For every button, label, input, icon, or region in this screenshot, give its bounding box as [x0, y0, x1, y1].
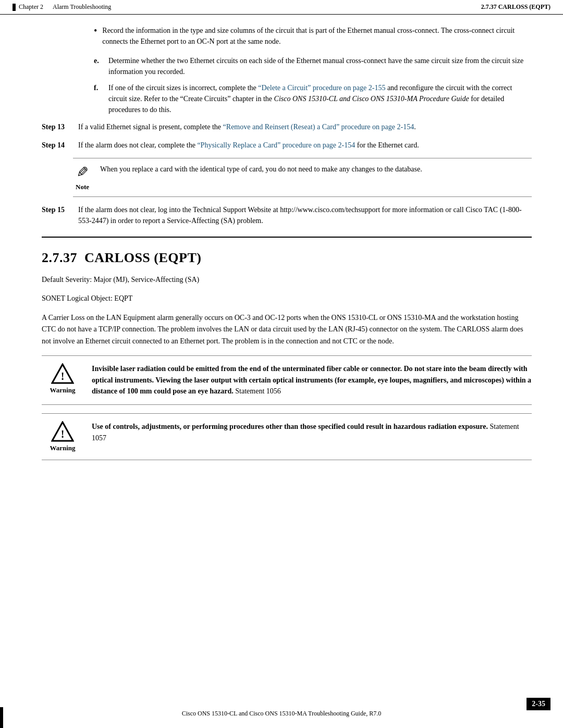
bullet-item: • Record the information in the type and… [94, 25, 532, 47]
step-15-num: Step 15 [42, 204, 73, 226]
lettered-step-e: e. Determine whether the two Ethernet ci… [94, 55, 532, 77]
lettered-steps: e. Determine whether the two Ethernet ci… [94, 55, 532, 115]
step-f-text-before: If one of the circuit sizes is incorrect… [108, 84, 258, 92]
section-description: A Carrier Loss on the LAN Equipment alar… [42, 312, 532, 347]
pencil-icon: ✎ [77, 164, 89, 181]
warning-triangle-icon-1: ! [51, 363, 74, 384]
note-label: Note [76, 183, 89, 191]
step-letter-e: e. [94, 55, 103, 77]
step-13-link[interactable]: “Remove and Reinsert (Reseat) a Card” pr… [223, 123, 414, 131]
step-15-body: If the alarm does not clear, log into th… [78, 204, 532, 226]
page-wrapper: Chapter 2 Alarm Troubleshooting 2.7.37 C… [0, 0, 563, 728]
section-number: 2.7.37 [42, 250, 77, 265]
chapter-sub-label: Alarm Troubleshooting [53, 3, 111, 11]
step-13-num: Step 13 [42, 121, 73, 132]
step-e-content: Determine whether the two Ethernet circu… [108, 55, 532, 77]
section-divider [42, 237, 532, 238]
warning-1-bold: Invisible laser radiation could be emitt… [92, 365, 531, 395]
step-14-text-after: for the Ethernet card. [355, 141, 419, 149]
step-f-content: If one of the circuit sizes is incorrect… [108, 82, 532, 115]
footer-center-text: Cisco ONS 15310-CL and Cisco ONS 15310-M… [182, 710, 382, 718]
step-f-italic: Cisco ONS 15310-CL and Cisco ONS 15310-M… [274, 95, 469, 103]
warning-1-text: Invisible laser radiation could be emitt… [92, 363, 532, 397]
header-bar: Chapter 2 Alarm Troubleshooting 2.7.37 C… [0, 0, 563, 15]
footer-page-badge: 2-35 [527, 698, 550, 710]
step-f-link[interactable]: “Delete a Circuit” procedure on page 2-1… [258, 84, 385, 92]
warning-2-label: Warning [50, 444, 75, 452]
step-14-text-before: If the alarm does not clear, complete th… [78, 141, 197, 149]
bar-indicator [13, 4, 16, 11]
header-left: Chapter 2 Alarm Troubleshooting [13, 3, 111, 11]
step-13-text-after: . [414, 123, 416, 131]
warning-2-icon-area: ! Warning [42, 421, 83, 452]
footer: Cisco ONS 15310-CL and Cisco ONS 15310-M… [0, 710, 563, 718]
lettered-step-f: f. If one of the circuit sizes is incorr… [94, 82, 532, 115]
bullet-dot-icon: • [94, 25, 97, 47]
content-area: • Record the information in the type and… [0, 15, 563, 510]
note-icon-area: ✎ Note [73, 164, 92, 191]
bullet-section: • Record the information in the type and… [94, 25, 532, 47]
svg-text:!: ! [61, 428, 65, 440]
section-severity: Default Severity: Major (MJ), Service-Af… [42, 274, 532, 286]
warning-1-label: Warning [50, 386, 75, 394]
step-13: Step 13 If a valid Ethernet signal is pr… [42, 121, 532, 132]
warning-1-normal: Statement 1056 [234, 387, 281, 395]
step-14: Step 14 If the alarm does not clear, com… [42, 140, 532, 151]
step-14-num: Step 14 [42, 140, 73, 151]
header-right-section: 2.7.37 CARLOSS (EQPT) [481, 3, 550, 11]
step-14-link[interactable]: “Physically Replace a Card” procedure on… [197, 141, 355, 149]
note-box: ✎ Note When you replace a card with the … [73, 158, 532, 197]
step-14-body: If the alarm does not clear, complete th… [78, 140, 532, 151]
bullet-text: Record the information in the type and s… [102, 25, 532, 47]
chapter-label: Chapter 2 [19, 3, 43, 11]
warning-box-1: ! Warning Invisible laser radiation coul… [42, 355, 532, 405]
section-title: CARLOSS (EQPT) [84, 250, 201, 265]
warning-box-2: ! Warning Use of controls, adjustments, … [42, 413, 532, 460]
svg-text:!: ! [61, 371, 65, 382]
warning-2-text: Use of controls, adjustments, or perform… [92, 421, 532, 443]
warning-2-bold: Use of controls, adjustments, or perform… [92, 423, 488, 430]
section-heading: 2.7.37 CARLOSS (EQPT) [42, 250, 532, 266]
note-text: When you replace a card with the identic… [100, 164, 532, 175]
step-13-body: If a valid Ethernet signal is present, c… [78, 121, 532, 132]
step-letter-f: f. [94, 82, 103, 115]
warning-triangle-icon-2: ! [51, 421, 74, 442]
section-logical-object: SONET Logical Object: EQPT [42, 293, 532, 304]
warning-1-icon-area: ! Warning [42, 363, 83, 394]
step-13-text-before: If a valid Ethernet signal is present, c… [78, 123, 223, 131]
step-15: Step 15 If the alarm does not clear, log… [42, 204, 532, 226]
